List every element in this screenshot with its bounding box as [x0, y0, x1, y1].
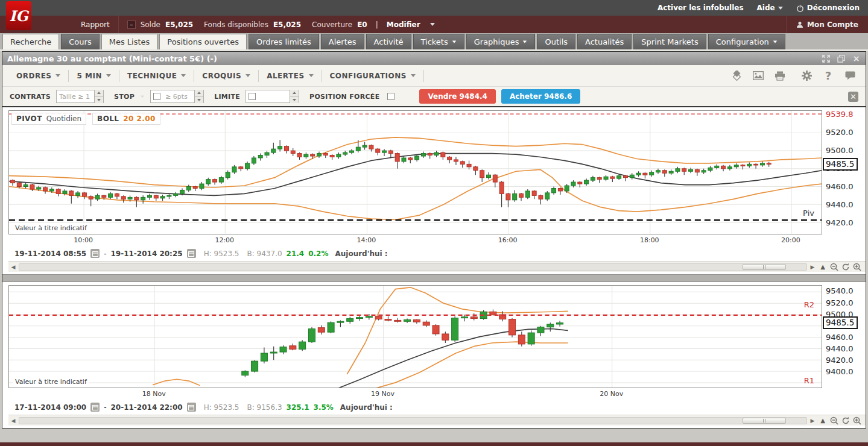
- scroll-right-button[interactable]: ▶: [809, 418, 816, 424]
- limit-field[interactable]: [246, 90, 299, 103]
- price-axis[interactable]: 9540.09520.09500.09480.09460.09440.09420…: [822, 285, 866, 399]
- image-icon[interactable]: [752, 71, 764, 81]
- zoom-out-button[interactable]: [829, 416, 839, 426]
- zoom-in-button[interactable]: [852, 416, 862, 426]
- reset-zoom-button[interactable]: [841, 416, 851, 426]
- help-menu[interactable]: Aide: [757, 4, 783, 12]
- tab-cours[interactable]: Cours: [61, 34, 99, 49]
- session-change-pct: 0.2%: [308, 250, 328, 258]
- limit-input[interactable]: [258, 91, 290, 102]
- solde-value: E5,025: [165, 20, 193, 29]
- separator: |: [376, 20, 378, 29]
- tab-ordres-limites[interactable]: Ordres limités: [249, 34, 319, 49]
- svg-text:R2: R2: [804, 300, 814, 309]
- panel-splitter[interactable]: [2, 274, 866, 282]
- print-icon[interactable]: [774, 71, 786, 81]
- tab-alertes[interactable]: Alertes: [321, 34, 364, 49]
- close-order-panel-icon[interactable]: ✕: [848, 92, 858, 102]
- settings-gear-icon[interactable]: [800, 71, 813, 81]
- tab-configuration[interactable]: Configuration: [708, 34, 785, 49]
- menu-alertes[interactable]: ALERTES: [259, 70, 322, 82]
- tab-actualites[interactable]: Actualités: [577, 34, 632, 49]
- sell-button[interactable]: Vendre 9484.4: [419, 89, 495, 104]
- scroll-right-button[interactable]: ▶: [809, 264, 816, 270]
- indicator-boll-chip[interactable]: BOLL 20 2.00: [92, 113, 160, 125]
- limit-checkbox[interactable]: [249, 93, 256, 100]
- price-tick: 9460.0: [826, 333, 854, 342]
- time-axis: 18 Nov19 Nov20 Nov: [8, 388, 822, 399]
- tab-activite[interactable]: Activité: [366, 34, 411, 49]
- session-high: H: 9523.5: [204, 250, 239, 258]
- calendar-icon[interactable]: [187, 249, 196, 258]
- position-forcee-checkbox[interactable]: [387, 93, 394, 100]
- maximize-icon[interactable]: [822, 54, 831, 63]
- chevron-down-icon[interactable]: [430, 23, 435, 26]
- tab-outils[interactable]: Outils: [537, 34, 575, 49]
- menu-technique[interactable]: TECHNIQUE: [119, 70, 194, 82]
- logout-button[interactable]: Déconnexion: [796, 4, 860, 12]
- price-axis[interactable]: 9539.89520.09500.09480.09460.09440.09420…: [822, 110, 866, 245]
- contracts-size-input[interactable]: [57, 91, 94, 102]
- person-icon: [796, 21, 803, 28]
- chevron-down-icon: [411, 74, 416, 77]
- tab-tickets[interactable]: Tickets: [413, 34, 464, 49]
- couverture-value: E0: [357, 20, 367, 29]
- menu-configurations[interactable]: CONFIGURATIONS: [322, 70, 424, 82]
- snap-to-end-icon[interactable]: ▲: [818, 262, 828, 272]
- window-title-bar[interactable]: Allemagne 30 au comptant (Mini-contrat 5…: [2, 52, 866, 65]
- size-stepper[interactable]: [94, 90, 103, 103]
- menu-ordres[interactable]: ORDRES: [8, 70, 69, 82]
- calendar-icon[interactable]: [187, 403, 196, 412]
- rapport-link[interactable]: Rapport: [72, 16, 119, 33]
- price-chart[interactable]: Piv PIVOT Quotidien BOLL 20 2.00 Valeur …: [8, 110, 822, 234]
- layers-icon[interactable]: [730, 71, 743, 81]
- indicator-pivot-chip[interactable]: PIVOT Quotidien: [11, 113, 86, 125]
- close-icon[interactable]: ×: [852, 54, 861, 63]
- price-tick: 9500.0: [826, 146, 854, 155]
- menu-periode[interactable]: 5 MIN: [69, 70, 119, 82]
- scroll-left-button[interactable]: ◀: [10, 418, 17, 424]
- restore-icon[interactable]: [837, 54, 846, 63]
- tab-mes-listes[interactable]: Mes Listes: [101, 34, 158, 49]
- comment-icon[interactable]: [844, 71, 856, 81]
- modifier-link[interactable]: Modifier: [387, 20, 420, 29]
- help-icon[interactable]: ?: [822, 71, 834, 81]
- tab-positions-ouvertes[interactable]: Positions ouvertes: [159, 34, 247, 49]
- zoom-out-button[interactable]: [829, 262, 839, 272]
- buy-button[interactable]: Acheter 9486.6: [501, 89, 580, 104]
- price-tick: 9440.0: [826, 200, 854, 209]
- range-end: 19-11-2014 20:25: [110, 250, 182, 258]
- mon-compte-button[interactable]: Mon Compte: [786, 16, 868, 33]
- contracts-size-field[interactable]: [56, 90, 104, 103]
- svg-text:Piv: Piv: [803, 209, 814, 218]
- calendar-icon[interactable]: [90, 249, 100, 258]
- snap-to-end-icon[interactable]: ▲: [818, 416, 828, 426]
- scrollbar-track[interactable]: [19, 263, 807, 271]
- scrollbar-thumb[interactable]: [743, 418, 786, 424]
- range-start: 19-11-2014 08:55: [14, 250, 86, 258]
- price-chart[interactable]: R2R1 Valeur à titre indicatif: [8, 285, 822, 388]
- limit-stepper[interactable]: [290, 90, 299, 103]
- tab-graphiques[interactable]: Graphiques: [466, 34, 536, 49]
- tab-recherche[interactable]: Recherche: [2, 34, 59, 49]
- activate-tooltips-link[interactable]: Activer les infobulles: [657, 4, 744, 12]
- zoom-in-button[interactable]: [852, 262, 862, 272]
- menu-croquis[interactable]: CROQUIS: [194, 70, 259, 82]
- collapse-account-button[interactable]: –: [127, 20, 136, 29]
- stop-field[interactable]: [150, 90, 204, 103]
- calendar-icon[interactable]: [90, 403, 100, 412]
- stop-checkbox[interactable]: [153, 93, 160, 100]
- scrollbar-thumb[interactable]: [743, 264, 786, 270]
- scroll-left-button[interactable]: ◀: [10, 264, 17, 270]
- tab-sprint-markets[interactable]: Sprint Markets: [633, 34, 706, 49]
- stop-input[interactable]: [163, 91, 194, 102]
- stop-stepper[interactable]: [194, 90, 203, 103]
- ig-logo[interactable]: IG: [6, 1, 31, 30]
- chevron-down-icon[interactable]: [141, 95, 144, 98]
- session-low: B: 9156.3: [247, 403, 282, 412]
- reset-zoom-button[interactable]: [841, 262, 851, 272]
- logout-label: Déconnexion: [807, 4, 860, 12]
- chart-scrollbar-row: ◀ ▶ ▲: [8, 415, 866, 426]
- limite-label: LIMITE: [214, 93, 240, 101]
- scrollbar-track[interactable]: [19, 417, 807, 424]
